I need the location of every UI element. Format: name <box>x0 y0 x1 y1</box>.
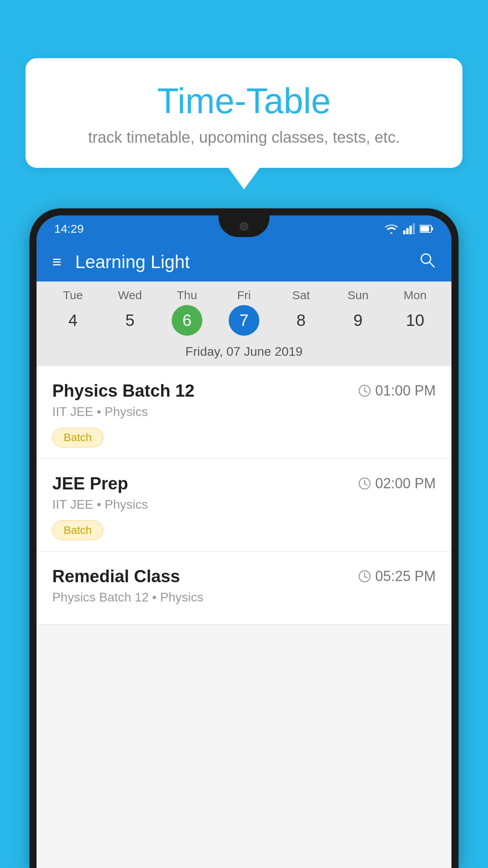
day-number[interactable]: 7 <box>229 305 259 336</box>
selected-date-label: Friday, 07 June 2019 <box>37 339 451 366</box>
clock-icon <box>358 477 371 490</box>
svg-rect-0 <box>403 230 405 234</box>
event-item[interactable]: JEE Prep 02:00 PMIIT JEE • PhysicsBatch <box>37 459 451 552</box>
app-title: Learning Light <box>75 251 418 272</box>
speech-bubble-card: Time-Table track timetable, upcoming cla… <box>26 58 462 168</box>
event-subtitle: IIT JEE • Physics <box>52 497 436 512</box>
day-col[interactable]: Wed5 <box>110 289 150 336</box>
event-time: 02:00 PM <box>358 475 436 492</box>
speech-bubble-title: Time-Table <box>57 82 431 121</box>
day-number[interactable]: 5 <box>115 305 145 336</box>
event-subtitle: Physics Batch 12 • Physics <box>52 590 436 605</box>
day-col[interactable]: Sun9 <box>338 289 378 336</box>
day-name: Thu <box>177 289 197 302</box>
day-number[interactable]: 9 <box>343 305 373 336</box>
day-name: Fri <box>237 289 251 302</box>
speech-bubble-tail <box>228 168 260 189</box>
day-number[interactable]: 8 <box>286 305 316 336</box>
event-header: Remedial Class 05:25 PM <box>52 566 436 586</box>
day-col[interactable]: Thu6 <box>167 289 207 336</box>
phone-frame: 14:29 <box>29 208 459 868</box>
day-col[interactable]: Mon10 <box>395 289 435 336</box>
event-item[interactable]: Physics Batch 12 01:00 PMIIT JEE • Physi… <box>37 366 451 459</box>
status-time: 14:29 <box>54 222 84 235</box>
clock-icon <box>358 570 371 583</box>
camera <box>240 222 248 231</box>
notch <box>218 215 270 237</box>
day-col[interactable]: Fri7 <box>224 289 264 336</box>
day-number[interactable]: 4 <box>58 305 88 336</box>
day-name: Wed <box>118 289 142 302</box>
app-bar: ≡ Learning Light <box>37 242 451 281</box>
wifi-icon <box>384 223 398 234</box>
svg-rect-1 <box>406 228 409 234</box>
event-item[interactable]: Remedial Class 05:25 PMPhysics Batch 12 … <box>37 552 451 625</box>
battery-icon <box>420 224 434 233</box>
day-col[interactable]: Tue4 <box>53 289 93 336</box>
events-list: Physics Batch 12 01:00 PMIIT JEE • Physi… <box>37 366 451 625</box>
svg-line-11 <box>365 391 367 392</box>
event-time: 01:00 PM <box>358 383 436 399</box>
svg-line-14 <box>365 484 367 485</box>
day-name: Sat <box>292 289 310 302</box>
speech-bubble-section: Time-Table track timetable, upcoming cla… <box>26 58 462 189</box>
day-name: Mon <box>404 289 426 302</box>
status-icons <box>384 223 434 234</box>
svg-rect-6 <box>420 226 429 232</box>
event-name: Remedial Class <box>52 566 180 586</box>
event-name: Physics Batch 12 <box>52 381 194 401</box>
event-name: JEE Prep <box>52 474 128 493</box>
event-tag: Batch <box>52 428 103 447</box>
search-icon[interactable] <box>418 251 436 272</box>
event-header: JEE Prep 02:00 PM <box>52 474 436 493</box>
svg-line-17 <box>365 576 367 578</box>
speech-bubble-subtitle: track timetable, upcoming classes, tests… <box>57 129 431 146</box>
svg-rect-2 <box>409 226 412 234</box>
svg-line-8 <box>429 262 434 267</box>
day-number[interactable]: 6 <box>172 305 202 336</box>
day-number[interactable]: 10 <box>400 305 430 336</box>
day-name: Sun <box>348 289 369 302</box>
signal-icon <box>403 223 415 234</box>
event-tag: Batch <box>52 520 103 540</box>
calendar-strip: Tue4Wed5Thu6Fri7Sat8Sun9Mon10 Friday, 07… <box>37 281 451 366</box>
svg-rect-5 <box>431 227 433 230</box>
event-time: 05:25 PM <box>358 568 436 585</box>
day-name: Tue <box>63 289 83 302</box>
status-bar: 14:29 <box>37 215 451 242</box>
svg-rect-3 <box>413 223 415 234</box>
hamburger-icon[interactable]: ≡ <box>52 253 61 271</box>
days-row: Tue4Wed5Thu6Fri7Sat8Sun9Mon10 <box>37 289 451 339</box>
phone-screen: 14:29 <box>37 215 451 868</box>
event-header: Physics Batch 12 01:00 PM <box>52 381 436 401</box>
clock-icon <box>358 384 371 397</box>
event-subtitle: IIT JEE • Physics <box>52 405 436 419</box>
day-col[interactable]: Sat8 <box>281 289 321 336</box>
